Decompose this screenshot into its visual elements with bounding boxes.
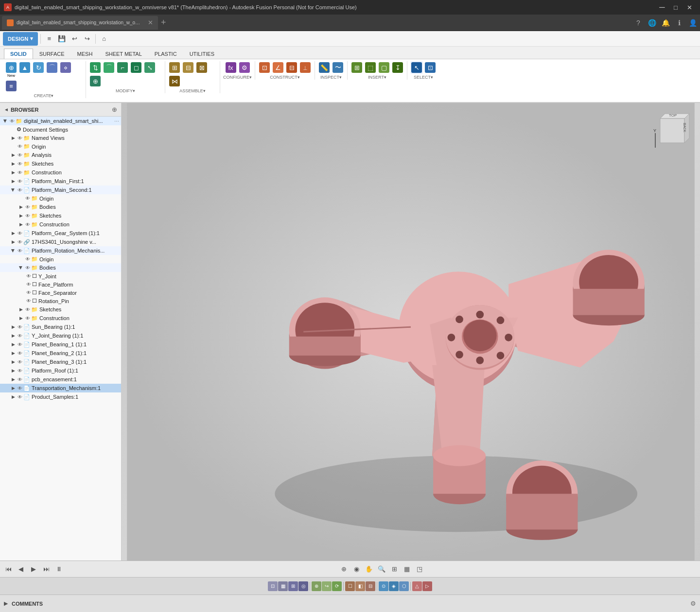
tree-origin-child[interactable]: 👁 📁 Origin	[0, 194, 121, 203]
analysis-arrow[interactable]: ▶	[10, 152, 17, 158]
press-pull-btn[interactable]: ⇅	[89, 61, 102, 74]
tree-pcb-encasement[interactable]: ▶ 👁 📄 pcb_encasement:1	[0, 375, 121, 384]
window-select-btn[interactable]: ⊡	[424, 61, 437, 74]
root-expand-icon[interactable]: ▶	[2, 118, 9, 124]
tab-close-icon[interactable]: ✕	[148, 19, 153, 26]
tree-bodies-expanded[interactable]: ▶ 👁 📁 Bodies	[0, 263, 121, 272]
pmf-arrow[interactable]: ▶	[10, 178, 17, 185]
bt-icon-3[interactable]: ⊞	[288, 581, 298, 591]
extrude-btn[interactable]: ▲	[18, 61, 31, 74]
bt-icon-7[interactable]: ⟳	[332, 581, 342, 591]
viewcube[interactable]: TOP BACK Y	[650, 109, 694, 153]
orbit-icon[interactable]: ⊕	[338, 564, 349, 575]
bt-icon-8[interactable]: ☐	[345, 581, 355, 591]
bt-icon-15[interactable]: ▷	[422, 581, 432, 591]
new-tab-button[interactable]: +	[161, 17, 166, 28]
tab-utilities[interactable]: UTILITIES	[183, 49, 221, 59]
tree-platform-gear[interactable]: ▶ 👁 📄 Platform_Gear_System (1):1	[0, 229, 121, 238]
joint-btn[interactable]: ⊟	[182, 61, 194, 74]
tree-construction-child[interactable]: ▶ 👁 📁 Construction	[0, 220, 121, 229]
pcb-arrow[interactable]: ▶	[10, 376, 17, 383]
bodies-eye[interactable]: 👁	[24, 204, 31, 210]
pcb-eye[interactable]: 👁	[17, 377, 23, 382]
save-icon[interactable]: 💾	[56, 33, 68, 45]
named-views-eye[interactable]: 👁	[17, 136, 23, 141]
tab-sheet-metal[interactable]: SHEET METAL	[99, 49, 148, 59]
active-tab[interactable]: digital_twin_enabled_smart_shipping_work…	[2, 16, 158, 30]
tree-bodies[interactable]: ▶ 👁 📁 Bodies	[0, 203, 121, 211]
grid-icon[interactable]: ◳	[414, 564, 425, 575]
origin-eye[interactable]: 👁	[17, 144, 23, 149]
decal-btn[interactable]: ⬚	[364, 61, 377, 74]
rp-eye[interactable]: 👁	[25, 298, 32, 304]
loft-btn[interactable]: ⋄	[59, 61, 72, 74]
bt-icon-9[interactable]: ◧	[355, 581, 365, 591]
tree-sketches-child[interactable]: ▶ 👁 📁 Sketches	[0, 211, 121, 220]
tm-eye[interactable]: 👁	[17, 386, 23, 391]
user-icon[interactable]: 👤	[687, 17, 698, 28]
insert-mesh-btn[interactable]: ⊞	[350, 61, 363, 74]
tree-construction-1[interactable]: ▶ 👁 📁 Construction	[0, 168, 121, 177]
yjb-arrow[interactable]: ▶	[10, 332, 17, 339]
pmf-eye[interactable]: 👁	[17, 179, 23, 184]
pb2-eye[interactable]: 👁	[17, 351, 23, 356]
tree-root[interactable]: ▶ 👁 📁 digital_twin_enabled_smart_shi... …	[0, 117, 121, 125]
bt-icon-12[interactable]: ◈	[389, 581, 399, 591]
tree-planet-bearing-3[interactable]: ▶ 👁 📄 Planet_Bearing_3 (1):1	[0, 357, 121, 366]
tree-doc-settings[interactable]: ⚙ Document Settings	[0, 125, 121, 134]
bodies-arrow[interactable]: ▶	[18, 204, 24, 210]
analysis-eye[interactable]: 👁	[17, 153, 23, 158]
pr-eye[interactable]: 👁	[17, 368, 23, 374]
tree-product-samples[interactable]: ▶ 👁 📄 Product_Samples:1	[0, 392, 121, 401]
const-r-arrow[interactable]: ▶	[18, 315, 24, 322]
info-icon[interactable]: ℹ	[674, 17, 684, 28]
minimize-button[interactable]: ─	[655, 0, 669, 14]
expand-comments-icon[interactable]: ▶	[4, 600, 8, 607]
measure-btn[interactable]: 📏	[318, 61, 331, 74]
tree-face-separator[interactable]: 👁 ☐ Face_Separator	[0, 289, 121, 297]
tree-platform-roof[interactable]: ▶ 👁 📄 Platform_Roof (1):1	[0, 366, 121, 375]
pb3-eye[interactable]: 👁	[17, 359, 23, 365]
origin-c-eye[interactable]: 👁	[24, 196, 31, 201]
bodies-e-eye[interactable]: 👁	[24, 265, 31, 271]
design-button[interactable]: DESIGN ▾	[3, 32, 38, 46]
bt-icon-5[interactable]: ⊕	[312, 581, 321, 591]
bt-icon-11[interactable]: ⊙	[379, 581, 388, 591]
comments-settings-icon[interactable]: ⚙	[690, 600, 696, 607]
axis-btn[interactable]: ⟂	[299, 61, 312, 74]
tree-construction-rotation[interactable]: ▶ 👁 📁 Construction	[0, 314, 121, 323]
tree-sun-bearing[interactable]: ▶ 👁 📄 Sun_Bearing (1):1	[0, 323, 121, 331]
pb1-arrow[interactable]: ▶	[10, 341, 17, 348]
tree-17hs[interactable]: ▶ 👁 🔗 17HS3401_Usongshine v...	[0, 238, 121, 246]
sk-r-eye[interactable]: 👁	[24, 307, 31, 312]
fp-eye[interactable]: 👁	[25, 282, 32, 287]
tree-origin-rotation[interactable]: 👁 📁 Origin	[0, 255, 121, 263]
chamfer-btn[interactable]: ⌐	[116, 61, 129, 74]
tree-sketches-rotation[interactable]: ▶ 👁 📁 Sketches	[0, 305, 121, 314]
viewport[interactable]: TOP BACK Y	[122, 103, 700, 561]
named-views-arrow[interactable]: ▶	[10, 135, 17, 141]
pr-arrow[interactable]: ▶	[10, 367, 17, 374]
sketches-c-eye[interactable]: 👁	[24, 213, 31, 219]
bt-icon-13[interactable]: ⬡	[399, 581, 409, 591]
sk-r-arrow[interactable]: ▶	[18, 306, 24, 313]
pb2-arrow[interactable]: ▶	[10, 350, 17, 357]
plane-angle-btn[interactable]: ∠	[272, 61, 284, 74]
nav-first-icon[interactable]: ⏮	[3, 564, 14, 575]
bt-icon-1[interactable]: ⊡	[268, 581, 278, 591]
tree-named-views[interactable]: ▶ 👁 📁 Named Views	[0, 134, 121, 142]
fillet-btn[interactable]: ⌒	[103, 61, 115, 74]
hs-arrow[interactable]: ▶	[10, 238, 17, 245]
sweep-btn[interactable]: ⌒	[46, 61, 58, 74]
tab-solid[interactable]: SOLID	[4, 49, 33, 59]
expand-icon[interactable]: ◄	[4, 107, 9, 112]
tree-yjoint-bearing[interactable]: ▶ 👁 📄 Y_Joint_Bearing (1):1	[0, 331, 121, 340]
nav-play-icon[interactable]: ▶	[28, 564, 39, 575]
yj-eye[interactable]: 👁	[25, 273, 32, 279]
sketches-eye[interactable]: 👁	[17, 161, 23, 167]
shell-btn[interactable]: ◻	[130, 61, 142, 74]
tree-origin[interactable]: 👁 📁 Origin	[0, 142, 121, 151]
params-btn[interactable]: fx	[225, 61, 237, 74]
select-btn[interactable]: ↖	[410, 61, 423, 74]
tree-y-joint[interactable]: 👁 ☐ Y_Joint	[0, 272, 121, 280]
